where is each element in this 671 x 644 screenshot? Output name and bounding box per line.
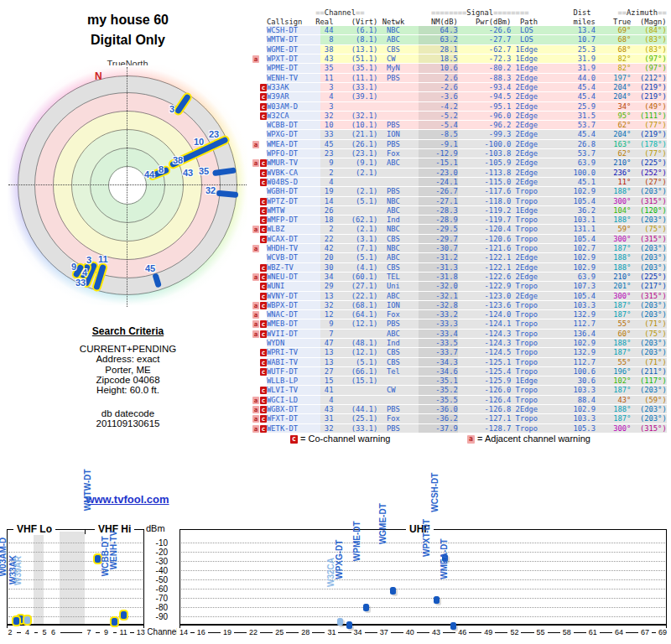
cell-miles: 103.3 — [547, 386, 596, 394]
cell-miles: 112.7 — [547, 319, 596, 328]
station-row-text: WCAX-DT 22 (3.1) CBS -29.7 -120.6 Tropo … — [267, 235, 667, 244]
channel-tick-label: 49 — [481, 628, 495, 636]
cell-path: Tropo — [511, 187, 546, 195]
table-legend: c = Co-channel warning a = Adjacent chan… — [267, 433, 669, 444]
cell-az_magn: (203°) — [631, 386, 666, 394]
cell-nm: -35.2 — [409, 386, 458, 394]
cell-real: 20 — [302, 253, 333, 262]
cell-real: 7 — [302, 330, 333, 338]
signal-bar — [337, 618, 343, 626]
cell-virt: (15.1) — [333, 377, 377, 385]
cell-az_true: 204° — [596, 83, 631, 91]
cell-nm: -23.0 — [409, 169, 458, 177]
cell-pwr: -123.6 — [458, 301, 512, 309]
cell-path: Tropo — [511, 386, 546, 394]
dbm-tick-label: -10 — [143, 538, 168, 548]
cell-netwk: NBC — [377, 244, 408, 252]
channel-tick-label: 9 — [100, 628, 113, 636]
cell-miles: 13.4 — [547, 26, 596, 34]
adjacent-channel-warning-icon: a — [252, 302, 259, 309]
dbm-tick-label: -60 — [143, 584, 168, 594]
db-datecode-line: db datecode — [13, 408, 243, 418]
cell-real: 2 — [302, 169, 333, 177]
station-row-text: W32CA 32 (32.1) -5.2 -96.0 2Edge 31.5 95… — [267, 112, 667, 121]
channel-tick-label: 19 — [221, 628, 234, 636]
gridline — [8, 607, 143, 608]
search-criteria-line: Porter, ME — [13, 365, 243, 375]
cell-callsign: WVNY-DT — [267, 292, 302, 300]
station-row: WENH-TV 11 (11.1) PBS 2.6 -88.3 2Edge 44… — [267, 74, 667, 83]
co-channel-warning-icon: c — [260, 349, 267, 356]
radar-channel-label: 44 — [144, 169, 154, 179]
cell-netwk — [377, 377, 408, 385]
channel-tick-label: 61 — [586, 628, 600, 636]
cell-virt: (23.1) — [333, 149, 377, 158]
cell-nm: -32.0 — [409, 282, 458, 290]
channel-tick-label: 2 — [3, 628, 17, 636]
channel-tick-label: 46 — [455, 628, 469, 636]
cell-az_magn: (59°) — [631, 396, 666, 404]
channel-tick-label: 37 — [377, 628, 391, 636]
co-channel-warning-icon: c — [260, 273, 267, 281]
cell-callsign: WGBX-DT — [267, 405, 302, 413]
cell-callsign: WABI-TV — [267, 358, 302, 366]
co-channel-warning-icon: c — [260, 216, 267, 224]
adjacent-channel-warning-icon: a — [252, 311, 259, 319]
cell-nm: -34.6 — [409, 367, 458, 376]
station-row-text: WVNY-DT 13 (22.1) ABC -32.1 -123.0 2Edge… — [267, 292, 667, 301]
station-row-text: W04BS-D 4 -24.1 -115.0 2Edge 45.1 11° (2… — [267, 178, 667, 187]
cell-path: Tropo — [511, 244, 546, 252]
cell-real: 11 — [302, 74, 333, 82]
tvfool-link[interactable]: www.tvfool.com — [86, 493, 169, 506]
cell-miles: 102.9 — [547, 405, 596, 413]
cell-real: 4 — [302, 178, 333, 186]
dbm-tick-label: -80 — [143, 603, 168, 612]
cell-callsign: WGBH-DT — [267, 187, 302, 195]
cell-nm: -32.8 — [409, 301, 458, 309]
channel-tick-label: 58 — [560, 628, 574, 636]
cell-az_true: 188° — [596, 187, 631, 195]
radar-subtitle: Digital Only — [29, 33, 226, 48]
station-row: WCVB-DT 20 (5.1) ABC -31.2 -122.1 2Edge … — [267, 253, 667, 262]
cell-az_magn: (219°) — [631, 130, 666, 138]
cell-miles: 25.3 — [547, 45, 596, 54]
gridline — [181, 570, 665, 571]
cell-callsign: WMTW-DT — [267, 35, 302, 44]
dbm-tick-label: -50 — [143, 575, 168, 584]
cell-az_true: 188° — [596, 405, 631, 413]
cell-az_true: 68° — [596, 35, 631, 44]
cell-callsign: WPRI-TV — [267, 348, 302, 356]
co-channel-warning-icon: c — [260, 293, 267, 300]
co-channel-warning-icon: c — [260, 415, 267, 423]
cell-pwr: -125.4 — [458, 367, 512, 376]
adjacent-channel-warning-icon: a — [252, 273, 259, 281]
cell-real: 19 — [302, 187, 333, 195]
adjacent-channel-warning-icon: a — [252, 397, 259, 404]
cell-virt: (8.1) — [333, 35, 377, 44]
station-row: WBZ-TV 30 (4.1) CBS -31.3 -122.1 2Edge 1… — [267, 263, 667, 273]
cell-callsign: WMEB-DT — [267, 319, 302, 328]
cell-netwk — [377, 169, 408, 177]
cell-virt: (48.1) — [333, 339, 377, 347]
cell-callsign: WPXG-DT — [267, 130, 302, 138]
cell-az_true: 196° — [596, 367, 631, 376]
adjacent-channel-warning-icon: a — [252, 226, 259, 233]
cell-netwk: PBS — [377, 121, 408, 129]
cell-miles: 112.7 — [547, 358, 596, 366]
station-row-text: WMEA-DT 45 (26.1) PBS -9.1 -100.0 2Edge … — [267, 140, 667, 149]
cell-az_magn: (203°) — [631, 216, 666, 224]
adjacent-channel-legend-text: = Adjacent channel warning — [477, 434, 590, 444]
adjacent-channel-warning-icon: a — [252, 415, 259, 423]
cell-netwk: Tel — [377, 367, 408, 376]
cell-callsign: WCVB-DT — [267, 253, 302, 262]
cell-callsign: WGME-DT — [267, 45, 302, 54]
cell-real: 35 — [302, 64, 333, 72]
cell-nm: -33.3 — [409, 319, 458, 328]
cell-callsign: WBZ-TV — [267, 263, 302, 272]
channel-tick-label: 31 — [325, 628, 338, 636]
station-row: WLVI-TV 41 CW -35.2 -126.0 Tropo 103.3 1… — [267, 386, 667, 395]
co-channel-warning-icon: c — [260, 320, 267, 328]
cell-path: 1Edge — [511, 377, 546, 385]
cell-netwk: ABC — [377, 158, 408, 167]
cell-path: 2Edge — [511, 140, 546, 148]
